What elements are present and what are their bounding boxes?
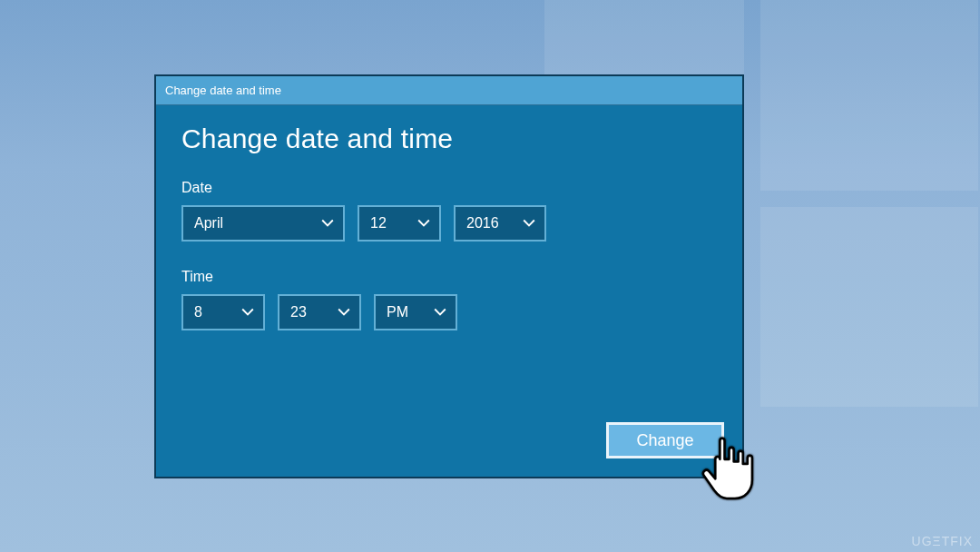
month-dropdown-value: April: [194, 215, 223, 232]
change-date-time-dialog: Change date and time Change date and tim…: [154, 74, 744, 478]
period-dropdown[interactable]: PM: [374, 294, 457, 330]
change-button[interactable]: Change: [606, 422, 724, 458]
chevron-down-icon: [241, 306, 254, 319]
year-dropdown[interactable]: 2016: [454, 205, 546, 242]
dialog-titlebar: Change date and time: [156, 76, 742, 105]
day-dropdown-value: 12: [370, 215, 387, 232]
dialog-title: Change date and time: [165, 84, 281, 97]
change-button-label: Change: [636, 431, 693, 450]
chevron-down-icon: [434, 306, 446, 319]
chevron-down-icon: [417, 217, 430, 230]
period-dropdown-value: PM: [387, 304, 408, 320]
chevron-down-icon: [321, 217, 334, 230]
minute-dropdown-value: 23: [290, 304, 307, 320]
hour-dropdown-value: 8: [194, 304, 202, 320]
date-section-label: Date: [181, 180, 717, 196]
chevron-down-icon: [523, 217, 535, 230]
watermark: UGΞTFIX: [912, 534, 973, 548]
minute-dropdown[interactable]: 23: [278, 294, 361, 330]
day-dropdown[interactable]: 12: [358, 205, 441, 242]
dialog-heading: Change date and time: [181, 123, 717, 154]
date-row: April 12 2016: [181, 205, 717, 242]
chevron-down-icon: [338, 306, 350, 319]
year-dropdown-value: 2016: [466, 215, 499, 232]
time-section-label: Time: [181, 269, 717, 285]
hour-dropdown[interactable]: 8: [181, 294, 265, 330]
time-row: 8 23 PM: [181, 294, 717, 330]
month-dropdown[interactable]: April: [181, 205, 345, 242]
